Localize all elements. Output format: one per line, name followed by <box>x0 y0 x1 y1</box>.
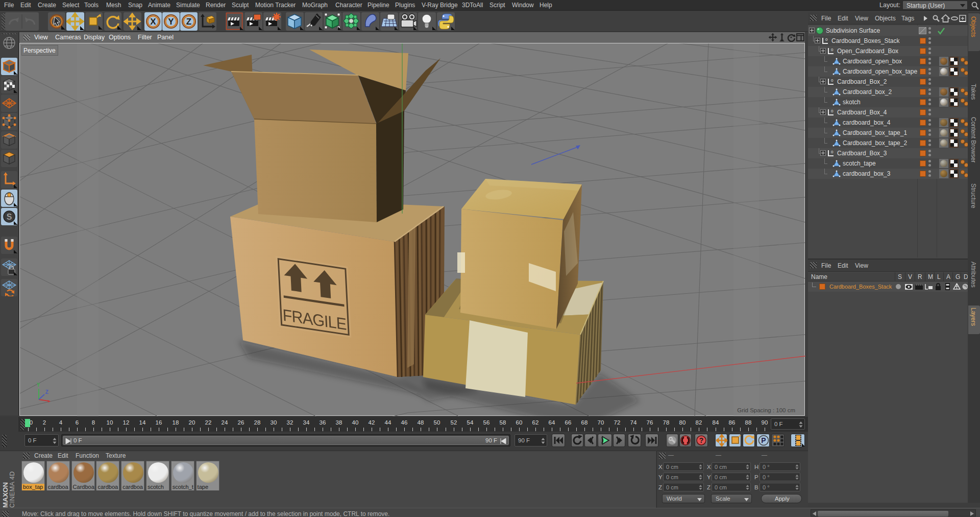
svg-text:0: 0 <box>831 150 834 154</box>
svg-text:0: 0 <box>831 109 834 113</box>
svg-text:0: 0 <box>831 48 834 52</box>
svg-text:P: P <box>761 436 766 444</box>
svg-text:Y: Y <box>168 17 174 27</box>
svg-text:X: X <box>150 17 156 27</box>
svg-text:0: 0 <box>831 78 834 83</box>
svg-text:Y: Y <box>37 382 40 388</box>
svg-text:Z: Z <box>45 389 48 395</box>
svg-text:?: ? <box>699 436 704 444</box>
svg-text:Z: Z <box>186 17 191 27</box>
svg-text:S: S <box>7 213 12 221</box>
svg-text:0: 0 <box>825 37 828 42</box>
